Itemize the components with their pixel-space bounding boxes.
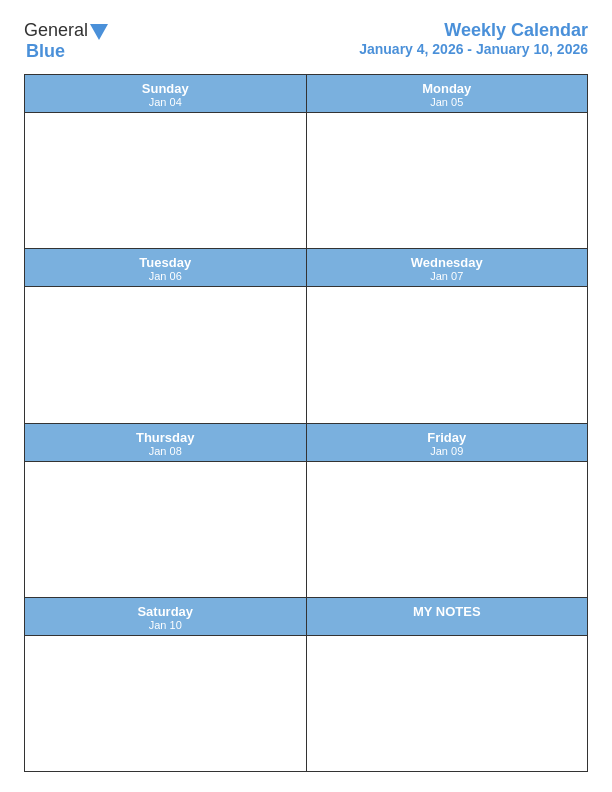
content-cell-notes[interactable]	[307, 636, 588, 771]
content-cell-sunday[interactable]	[25, 113, 307, 248]
day-date-tuesday: Jan 06	[25, 270, 306, 282]
content-cell-monday[interactable]	[307, 113, 588, 248]
headers-sunday-monday: Sunday Jan 04 Monday Jan 05	[25, 75, 587, 113]
row-saturday-notes: Saturday Jan 10 MY NOTES	[25, 598, 587, 771]
header: General Blue Weekly Calendar January 4, …	[24, 20, 588, 62]
row-thursday-friday: Thursday Jan 08 Friday Jan 09	[25, 424, 587, 598]
day-header-sunday: Sunday Jan 04	[25, 75, 307, 113]
logo-general-text: General	[24, 20, 88, 41]
logo: General Blue	[24, 20, 108, 62]
day-name-saturday: Saturday	[25, 604, 306, 619]
day-header-saturday: Saturday Jan 10	[25, 598, 307, 636]
content-sunday-monday	[25, 113, 587, 248]
row-sunday-monday: Sunday Jan 04 Monday Jan 05	[25, 75, 587, 249]
content-saturday-notes	[25, 636, 587, 771]
content-cell-saturday[interactable]	[25, 636, 307, 771]
headers-tuesday-wednesday: Tuesday Jan 06 Wednesday Jan 07	[25, 249, 587, 287]
calendar-dates: January 4, 2026 - January 10, 2026	[359, 41, 588, 57]
day-name-friday: Friday	[307, 430, 588, 445]
content-tuesday-wednesday	[25, 287, 587, 422]
header-right: Weekly Calendar January 4, 2026 - Januar…	[359, 20, 588, 57]
content-cell-friday[interactable]	[307, 462, 588, 597]
day-name-monday: Monday	[307, 81, 588, 96]
day-date-thursday: Jan 08	[25, 445, 306, 457]
content-cell-tuesday[interactable]	[25, 287, 307, 422]
day-date-sunday: Jan 04	[25, 96, 306, 108]
day-date-wednesday: Jan 07	[307, 270, 588, 282]
day-header-wednesday: Wednesday Jan 07	[307, 249, 588, 287]
day-date-monday: Jan 05	[307, 96, 588, 108]
day-date-friday: Jan 09	[307, 445, 588, 457]
day-header-thursday: Thursday Jan 08	[25, 424, 307, 462]
day-header-tuesday: Tuesday Jan 06	[25, 249, 307, 287]
day-header-monday: Monday Jan 05	[307, 75, 588, 113]
calendar-grid: Sunday Jan 04 Monday Jan 05 Tuesday Jan …	[24, 74, 588, 772]
day-name-sunday: Sunday	[25, 81, 306, 96]
content-thursday-friday	[25, 462, 587, 597]
headers-saturday-notes: Saturday Jan 10 MY NOTES	[25, 598, 587, 636]
content-cell-thursday[interactable]	[25, 462, 307, 597]
headers-thursday-friday: Thursday Jan 08 Friday Jan 09	[25, 424, 587, 462]
logo-blue-text: Blue	[26, 41, 65, 62]
day-header-friday: Friday Jan 09	[307, 424, 588, 462]
logo-text: General	[24, 20, 108, 41]
day-name-tuesday: Tuesday	[25, 255, 306, 270]
day-name-wednesday: Wednesday	[307, 255, 588, 270]
day-date-saturday: Jan 10	[25, 619, 306, 631]
content-cell-wednesday[interactable]	[307, 287, 588, 422]
logo-triangle-icon	[90, 24, 108, 40]
day-header-notes: MY NOTES	[307, 598, 588, 636]
day-name-thursday: Thursday	[25, 430, 306, 445]
page: General Blue Weekly Calendar January 4, …	[0, 0, 612, 792]
calendar-title: Weekly Calendar	[359, 20, 588, 41]
row-tuesday-wednesday: Tuesday Jan 06 Wednesday Jan 07	[25, 249, 587, 423]
notes-title: MY NOTES	[307, 604, 588, 619]
